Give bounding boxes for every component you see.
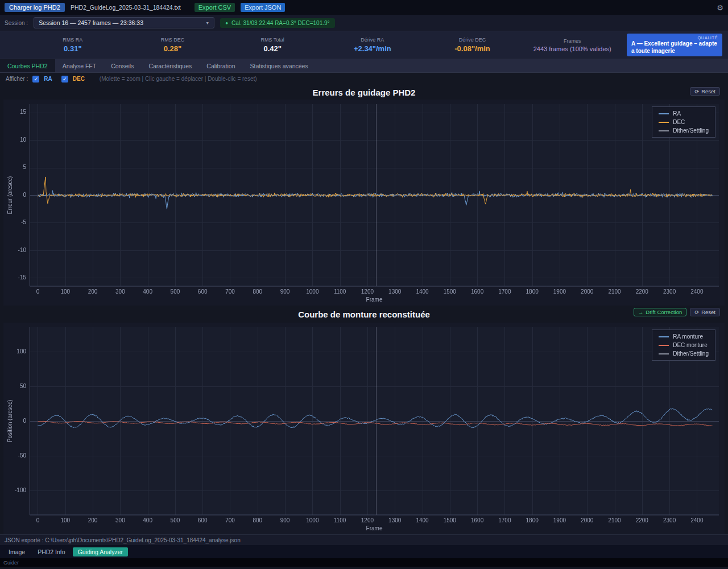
guide-errors-plot[interactable] xyxy=(3,100,725,306)
json-export-path: JSON exporté : C:\Users\jph\Documents\PH… xyxy=(5,537,241,543)
drift-correction-label: Drift Correction xyxy=(646,309,682,315)
legend-swatch xyxy=(659,113,669,114)
session-select-value: Session 16 — 2457 frames — 23:36:33 xyxy=(39,19,143,26)
quality-badge: QUALITÉ A — Excellent guidage – adapte a… xyxy=(627,34,722,56)
tab-courbes-phd2[interactable]: Courbes PHD2 xyxy=(0,59,55,72)
stat-label: Dérive DEC xyxy=(423,37,523,43)
bottom-tab-bar: Image PHD2 Info Guiding Analyzer xyxy=(0,545,728,558)
stat-value: 0.31" xyxy=(23,44,123,53)
stat-frames: Frames 2443 frames (100% valides) xyxy=(522,38,622,52)
reset-label: Reset xyxy=(701,88,715,94)
dec-checkbox[interactable]: ✓ xyxy=(61,76,68,83)
stat-rms-dec: RMS DEC 0.28" xyxy=(123,37,223,53)
filter-bar: Afficher : ✓ RA ✓ DEC (Molette = zoom | … xyxy=(0,73,728,85)
mount-curve-plot[interactable] xyxy=(3,323,725,534)
chart1-legend: RADECDither/Settling xyxy=(652,106,715,138)
bottom-tab-phd2-info[interactable]: PHD2 Info xyxy=(32,547,70,556)
ra-checkbox-label: RA xyxy=(44,76,52,82)
reset-icon: ⟳ xyxy=(694,309,699,315)
stat-value: 2443 frames (100% valides) xyxy=(522,46,622,52)
stat-drift-dec: Dérive DEC -0.08"/min xyxy=(423,37,523,53)
legend-item[interactable]: Dither/Settling xyxy=(659,127,709,134)
chart2-title: Courbe de monture reconstituée xyxy=(298,310,430,319)
legend-item[interactable]: RA monture xyxy=(659,333,709,340)
stat-label: RMS Total xyxy=(222,37,322,43)
dec-checkbox-label: DEC xyxy=(73,76,85,82)
filter-label: Afficher : xyxy=(6,76,28,82)
reset-label: Reset xyxy=(701,309,715,315)
quality-label: QUALITÉ xyxy=(631,35,718,40)
legend-swatch xyxy=(659,130,669,131)
load-log-button[interactable]: Charger log PHD2 xyxy=(5,3,65,12)
session-select[interactable]: Session 16 — 2457 frames — 23:36:33 ▼ xyxy=(34,17,214,28)
log-filename: PHD2_GuideLog_2025-03-31_184424.txt xyxy=(71,4,181,11)
tab-calibration[interactable]: Calibration xyxy=(199,59,242,72)
legend-label: DEC monture xyxy=(673,342,708,348)
stat-rms-ra: RMS RA 0.31" xyxy=(23,37,123,53)
stat-label: Dérive RA xyxy=(322,37,423,43)
session-label: Session : xyxy=(5,20,28,26)
status-bar: JSON exporté : C:\Users\jph\Documents\PH… xyxy=(0,534,728,545)
calibration-badge: ● Cal. 31/03 22:44 RA=0.3° DEC=101.9° xyxy=(220,18,334,28)
chart1-body: RADECDither/Settling xyxy=(0,100,728,306)
zoom-hint: (Molette = zoom | Clic gauche = déplacer… xyxy=(100,76,257,82)
stats-bar: RMS RA 0.31" RMS DEC 0.28" RMS Total 0.4… xyxy=(0,31,728,59)
export-json-button[interactable]: Export JSON xyxy=(241,3,285,12)
ra-checkbox[interactable]: ✓ xyxy=(32,76,39,83)
stat-value: +2.34"/min xyxy=(322,44,423,53)
stat-value: 0.28" xyxy=(123,44,223,53)
chart2-header: Courbe de monture reconstituée → Drift C… xyxy=(0,306,728,323)
chevron-down-icon: ▼ xyxy=(205,21,209,25)
legend-swatch xyxy=(659,336,669,337)
chart2-legend: RA montureDEC montureDither/Settling xyxy=(652,329,715,361)
stat-value: -0.08"/min xyxy=(423,44,523,53)
stat-label: RMS RA xyxy=(23,37,123,43)
main-tab-bar: Courbes PHD2 Analyse FFT Conseils Caract… xyxy=(0,59,728,73)
legend-item[interactable]: DEC monture xyxy=(659,342,709,348)
quality-value: A — Excellent guidage – adapte a toute i… xyxy=(631,40,718,55)
chart1-header: Erreurs de guidage PHD2 ⟳ Reset xyxy=(0,85,728,100)
export-csv-button[interactable]: Export CSV xyxy=(195,3,235,12)
legend-swatch xyxy=(659,122,669,123)
bottom-tab-guiding-analyzer[interactable]: Guiding Analyzer xyxy=(73,547,128,556)
legend-item[interactable]: RA xyxy=(659,110,709,117)
drift-correction-button[interactable]: → Drift Correction xyxy=(634,308,686,316)
chart1-title: Erreurs de guidage PHD2 xyxy=(313,88,416,97)
stat-value: 0.42" xyxy=(222,44,322,53)
legend-item[interactable]: DEC xyxy=(659,119,709,125)
calibration-text: Cal. 31/03 22:44 RA=0.3° DEC=101.9° xyxy=(231,20,330,26)
stat-label: RMS DEC xyxy=(123,37,223,43)
stat-rms-total: RMS Total 0.42" xyxy=(222,37,322,53)
legend-label: Dither/Settling xyxy=(673,351,709,357)
legend-label: Dither/Settling xyxy=(673,127,709,134)
session-bar: Session : Session 16 — 2457 frames — 23:… xyxy=(0,15,728,31)
top-toolbar: Charger log PHD2 PHD2_GuideLog_2025-03-3… xyxy=(0,0,728,15)
legend-item[interactable]: Dither/Settling xyxy=(659,351,709,357)
legend-label: RA monture xyxy=(673,333,703,340)
chart2-reset-button[interactable]: ⟳ Reset xyxy=(690,308,720,316)
legend-swatch xyxy=(659,345,669,346)
tab-statistiques-avancees[interactable]: Statistiques avancées xyxy=(243,59,316,72)
legend-swatch xyxy=(659,353,669,354)
tab-conseils[interactable]: Conseils xyxy=(104,59,141,72)
chart1-reset-button[interactable]: ⟳ Reset xyxy=(690,87,720,96)
settings-gear-icon[interactable]: ⚙ xyxy=(717,3,723,12)
chart2-body: RA montureDEC montureDither/Settling xyxy=(0,323,728,534)
tab-caracteristiques[interactable]: Caractéristiques xyxy=(141,59,199,72)
bottom-tab-image[interactable]: Image xyxy=(3,547,30,556)
arrow-right-icon: → xyxy=(638,309,644,315)
reset-icon: ⟳ xyxy=(694,88,699,94)
window-strip: Guider xyxy=(0,558,728,567)
window-label: Guider xyxy=(3,560,19,566)
legend-label: RA xyxy=(673,110,681,117)
tab-analyse-fft[interactable]: Analyse FFT xyxy=(55,59,104,72)
calibration-dot-icon: ● xyxy=(225,20,228,26)
stat-drift-ra: Dérive RA +2.34"/min xyxy=(322,37,423,53)
stat-label: Frames xyxy=(522,38,622,44)
legend-label: DEC xyxy=(673,119,685,125)
